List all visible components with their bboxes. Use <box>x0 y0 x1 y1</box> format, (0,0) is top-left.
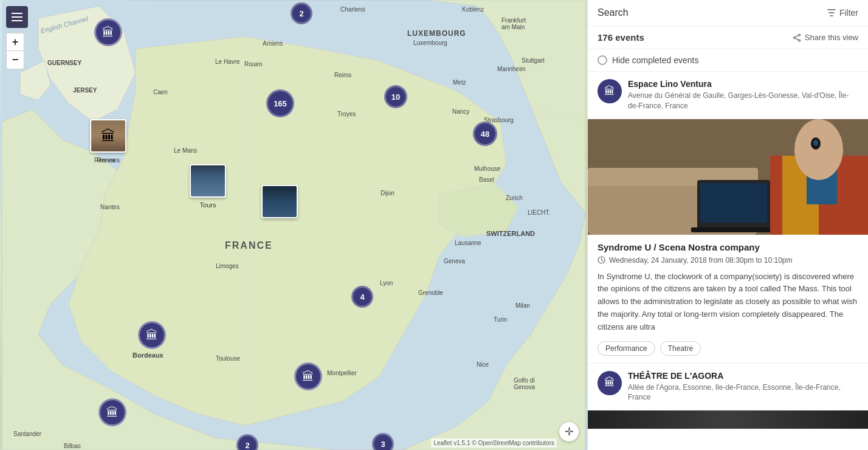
cluster-10[interactable]: 10 <box>384 85 407 108</box>
clock-icon <box>598 256 605 264</box>
venue-address-2: Allée de l'Agora, Essonne, Ile-de-France… <box>628 382 858 403</box>
venue-name-1: Espace Lino Ventura <box>628 79 858 89</box>
venue-marker-north[interactable]: 🏛 <box>94 18 122 46</box>
venue-address-1: Avenue du Général de Gaulle, Garges-Lès-… <box>628 91 858 111</box>
tours-label: Tours <box>200 201 216 209</box>
cluster-165[interactable]: 165 <box>266 89 294 117</box>
venue-card-1[interactable]: 🏛 Espace Lino Ventura Avenue du Général … <box>588 72 868 119</box>
thumb-center[interactable] <box>261 185 298 218</box>
map-attribution: Leaflet v1.5.1 © OpenStreetMap contribut… <box>431 438 557 448</box>
panel-header: Search Filter <box>588 0 868 26</box>
event-title-1: Syndrome U / Scena Nostra company <box>598 242 858 252</box>
map-svg: English Channel <box>0 0 587 450</box>
event-image-2-preview <box>588 410 868 429</box>
filter-icon <box>827 9 836 17</box>
cluster-48[interactable]: 48 <box>473 122 497 146</box>
events-bar: 176 events Share this view <box>588 26 868 49</box>
event-card-1[interactable]: Syndrome U / Scena Nostra company Wednes… <box>588 119 868 364</box>
venue-marker-southwest[interactable]: 🏛 <box>98 398 126 426</box>
cluster-3[interactable]: 3 <box>372 433 394 450</box>
event-time-1: Wednesday, 24 January, 2018 from 08:30pm… <box>598 256 858 265</box>
event-image-1 <box>588 119 868 235</box>
venue-info-1: Espace Lino Ventura Avenue du Général de… <box>628 79 858 111</box>
share-icon <box>793 33 801 42</box>
right-panel: Search Filter 176 events Share this view… <box>587 0 868 450</box>
event-tags-1: Performance Theatre <box>598 341 858 356</box>
svg-line-8 <box>795 38 798 40</box>
hide-completed-label: Hide completed events <box>612 55 698 65</box>
tag-theatre[interactable]: Theatre <box>660 341 701 356</box>
venue-avatar-2: 🏛 <box>598 371 622 395</box>
venue-icon-2: 🏛 <box>604 376 615 389</box>
venue-marker-bordeaux[interactable]: 🏛 <box>138 321 166 349</box>
menu-button[interactable] <box>6 6 28 28</box>
thumb-tours[interactable]: Tours <box>190 164 226 198</box>
cluster-2-north[interactable]: 2 <box>291 2 312 24</box>
thumb-rennes[interactable]: 🏛 Rennes <box>90 119 126 153</box>
share-button[interactable]: Share this view <box>793 33 858 42</box>
event-description-1: In Syndrome U, the clockwork of a compan… <box>598 271 858 334</box>
map-controls: + − <box>6 6 28 69</box>
svg-line-24 <box>602 260 604 261</box>
compass-button[interactable]: ✛ <box>559 422 579 441</box>
svg-rect-21 <box>588 119 868 235</box>
map-container[interactable]: English Channel Charleroi Koblenz LUXEMB… <box>0 0 587 450</box>
search-label: Search <box>598 7 629 18</box>
svg-point-4 <box>798 34 800 36</box>
event-body-1: Syndrome U / Scena Nostra company Wednes… <box>588 235 868 363</box>
venue-marker-south[interactable]: 🏛 <box>294 362 322 390</box>
venue-icon-bordeaux: 🏛 <box>146 328 158 342</box>
rennes-label: Rennes <box>97 156 120 164</box>
events-count: 176 events <box>598 32 644 43</box>
zoom-in-button[interactable]: + <box>6 33 24 51</box>
venue-icon-southwest: 🏛 <box>106 406 119 420</box>
venue-info-2: THÉÂTRE DE L'AGORA Allée de l'Agora, Ess… <box>628 371 858 403</box>
venue-card-2[interactable]: 🏛 THÉÂTRE DE L'AGORA Allée de l'Agora, E… <box>588 364 868 411</box>
filter-button[interactable]: Filter <box>827 8 858 18</box>
event-card-2-preview[interactable] <box>588 410 868 429</box>
svg-point-5 <box>798 40 800 41</box>
map-background: English Channel Charleroi Koblenz LUXEMB… <box>0 0 587 450</box>
venue-icon: 🏛 <box>102 26 114 40</box>
svg-point-6 <box>793 36 795 38</box>
svg-line-7 <box>795 35 798 37</box>
cluster-4[interactable]: 4 <box>351 286 373 308</box>
event-datetime-1: Wednesday, 24 January, 2018 from 08:30pm… <box>609 256 793 265</box>
venue-name-2: THÉÂTRE DE L'AGORA <box>628 371 858 381</box>
hide-completed-row[interactable]: Hide completed events <box>588 49 868 72</box>
venue-avatar-1: 🏛 <box>598 79 622 103</box>
venue-icon-1: 🏛 <box>604 85 615 98</box>
tag-performance[interactable]: Performance <box>598 341 655 356</box>
hide-completed-radio[interactable] <box>598 55 607 65</box>
venue-icon-south: 🏛 <box>302 370 314 384</box>
zoom-out-button[interactable]: − <box>6 51 24 69</box>
